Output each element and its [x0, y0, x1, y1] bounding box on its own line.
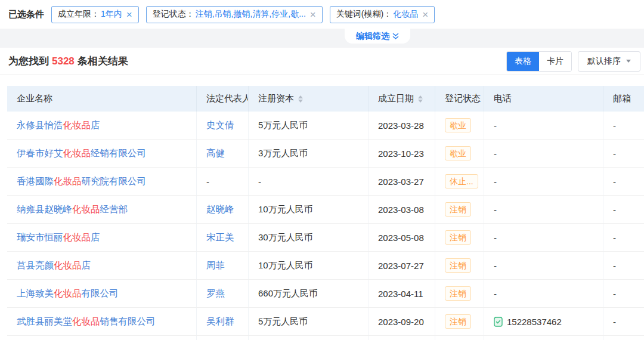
- table-row: 上海致美化妆品有限公司 罗燕 660万元人民币 2023-04-11 注销 - …: [7, 280, 644, 308]
- email: -: [603, 280, 644, 307]
- status-badge: 注销: [445, 258, 471, 273]
- filter-tag-value: 1年内: [101, 9, 122, 20]
- registered-capital: 5万元人民币: [249, 308, 369, 335]
- phone: -: [484, 112, 603, 139]
- header-phone: 电话: [484, 86, 603, 112]
- email: -: [603, 112, 644, 139]
- founded-date: 2023-05-08: [369, 224, 435, 251]
- header-registered-capital[interactable]: 注册资本: [249, 86, 369, 112]
- view-table-button[interactable]: 表格: [507, 52, 539, 71]
- section-divider: [0, 75, 644, 75]
- phone: -: [484, 168, 603, 195]
- filter-tag-name: 关键词(模糊)：: [336, 9, 392, 20]
- table-row: 永修县怡浩化妆品店 史文倩 5万元人民币 2023-03-28 歇业 - -: [7, 112, 644, 140]
- legal-rep-link[interactable]: 吴利群: [206, 316, 234, 328]
- founded-date: 2023-07-27: [369, 252, 435, 279]
- founded-date: 2023-09-20: [369, 308, 435, 335]
- legal-rep-link[interactable]: 史文倩: [206, 119, 234, 132]
- email: -: [603, 196, 644, 223]
- filter-tag-name: 登记状态：: [153, 9, 194, 20]
- results-count: 5328: [52, 55, 75, 67]
- phone: -: [484, 224, 603, 251]
- selected-filters-bar: 已选条件 成立年限： 1年内 × 登记状态： 注销,吊销,撤销,清算,停业,歇.…: [0, 0, 644, 29]
- registered-capital: 3万元人民币: [249, 140, 369, 167]
- legal-rep-link[interactable]: 周菲: [206, 259, 225, 272]
- founded-date: 2023-03-28: [369, 112, 435, 139]
- edit-filters-button[interactable]: 编辑筛选: [345, 29, 410, 44]
- filter-tag-founded-years[interactable]: 成立年限： 1年内 ×: [51, 6, 139, 23]
- results-count-text: 为您找到5328条相关结果: [8, 54, 128, 68]
- selected-filters-label: 已选条件: [8, 9, 44, 20]
- company-name-link[interactable]: 伊春市好艾化妆品经销有限公司: [17, 147, 146, 160]
- founded-date: 2023-03-08: [369, 196, 435, 223]
- header-company-name: 企业名称: [7, 86, 197, 112]
- results-suffix: 条相关结果: [78, 55, 128, 67]
- legal-rep-link[interactable]: 高健: [206, 147, 225, 160]
- status-badge: 注销: [445, 230, 471, 245]
- registered-capital: -: [249, 168, 369, 195]
- filter-band: 编辑筛选: [0, 29, 644, 48]
- registered-capital: 10万元人民币: [249, 252, 369, 279]
- founded-date: 2023-10-23: [369, 140, 435, 167]
- header-registration-status: 登记状态: [435, 86, 484, 112]
- company-name-link[interactable]: 香港國際化妝品研究院有限公司: [17, 175, 146, 188]
- phone: 15228537462: [494, 317, 562, 327]
- registered-capital: 660万元人民币: [249, 280, 369, 307]
- phone: -: [484, 280, 603, 307]
- email: -: [603, 168, 644, 195]
- chevron-double-down-icon: [392, 33, 399, 40]
- sort-icon[interactable]: [418, 95, 423, 103]
- filter-tag-registration-status[interactable]: 登记状态： 注销,吊销,撤销,清算,停业,歇... ×: [146, 6, 323, 23]
- legal-rep-link[interactable]: 罗燕: [206, 288, 225, 300]
- results-prefix: 为您找到: [8, 55, 49, 67]
- company-name-link[interactable]: 纳雍县赵晓峰化妆品经营部: [17, 203, 128, 216]
- phone: -: [484, 196, 603, 223]
- company-name-link[interactable]: 瑞安市恒丽化妆品店: [17, 231, 100, 244]
- status-badge: 歇业: [445, 146, 471, 161]
- close-icon[interactable]: ×: [422, 10, 428, 20]
- table-header-row: 企业名称 法定代表人 注册资本 成立日期 登记状态 电话 邮箱: [7, 86, 644, 112]
- table-row: 香港國際化妝品研究院有限公司 - - 2023-03-27 休止... - -: [7, 168, 644, 196]
- company-name-link[interactable]: 武胜县丽美堂化妆品销售有限公司: [17, 316, 156, 328]
- legal-rep-link[interactable]: 赵晓峰: [206, 203, 234, 216]
- company-name-link[interactable]: 永修县怡浩化妆品店: [17, 119, 100, 132]
- phone: -: [484, 252, 603, 279]
- table-row: 纳雍县赵晓峰化妆品经营部 赵晓峰 10万元人民币 2023-03-08 注销 -…: [7, 196, 644, 224]
- header-legal-rep: 法定代表人: [197, 86, 249, 112]
- company-name-link[interactable]: 莒县亮颜化妆品店: [17, 259, 91, 272]
- results-controls: 表格 卡片 默认排序: [506, 51, 640, 72]
- registered-capital: 10万元人民币: [249, 196, 369, 223]
- registered-capital: 30万元人民币: [249, 224, 369, 251]
- company-name-link[interactable]: 上海致美化妆品有限公司: [17, 288, 119, 300]
- filter-tag-name: 成立年限：: [58, 9, 100, 20]
- registered-capital: 5万元人民币: [249, 112, 369, 139]
- table-row: 瑞安市恒丽化妆品店 宋正美 30万元人民币 2023-05-08 注销 - -: [7, 224, 644, 252]
- email: -: [603, 308, 644, 335]
- caret-down-icon: [626, 60, 631, 63]
- table-row-partial: [7, 336, 644, 340]
- email: -: [603, 224, 644, 251]
- legal-rep-link[interactable]: 宋正美: [206, 231, 234, 244]
- close-icon[interactable]: ×: [126, 10, 132, 20]
- status-badge: 注销: [445, 314, 471, 329]
- status-badge: 休止...: [445, 174, 478, 189]
- filter-tag-keyword[interactable]: 关键词(模糊)： 化妆品 ×: [330, 6, 435, 23]
- close-icon[interactable]: ×: [310, 10, 316, 20]
- phone: -: [484, 140, 603, 167]
- filter-tag-value: 注销,吊销,撤销,清算,停业,歇...: [196, 9, 306, 20]
- view-card-button[interactable]: 卡片: [539, 52, 571, 71]
- sort-label: 默认排序: [587, 56, 621, 67]
- table-row: 伊春市好艾化妆品经销有限公司 高健 3万元人民币 2023-10-23 歇业 -…: [7, 140, 644, 168]
- edit-filters-label: 编辑筛选: [356, 31, 389, 42]
- status-badge: 注销: [445, 286, 471, 301]
- sort-dropdown[interactable]: 默认排序: [578, 51, 640, 72]
- filter-tag-value: 化妆品: [393, 9, 418, 20]
- table-row: 武胜县丽美堂化妆品销售有限公司 吴利群 5万元人民币 2023-09-20 注销…: [7, 308, 644, 336]
- header-email: 邮箱: [603, 86, 644, 112]
- header-founded-date[interactable]: 成立日期: [369, 86, 435, 112]
- results-table: 企业名称 法定代表人 注册资本 成立日期 登记状态 电话 邮箱 永修县怡浩化妆品…: [7, 86, 644, 340]
- sort-icon[interactable]: [298, 95, 303, 103]
- results-header: 为您找到5328条相关结果 表格 卡片 默认排序: [0, 48, 644, 75]
- view-toggle: 表格 卡片: [506, 51, 572, 72]
- legal-rep: -: [206, 177, 209, 187]
